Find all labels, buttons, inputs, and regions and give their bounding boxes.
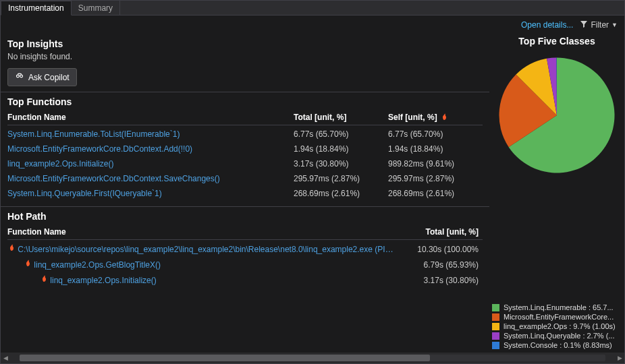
hotpath-function-link[interactable]: C:\Users\mikejo\source\repos\linq_exampl… <box>7 244 395 254</box>
svg-point-0 <box>16 75 19 78</box>
legend-swatch <box>492 332 499 340</box>
copilot-label: Ask Copilot <box>28 73 70 82</box>
col-header-total[interactable]: Total [unit, %] <box>294 113 388 122</box>
tab-instrumentation[interactable]: Instrumentation <box>1 1 72 16</box>
hotpath-function-link[interactable]: linq_example2.Ops.GetBlogTitleX() <box>7 260 395 270</box>
copilot-icon <box>15 71 24 83</box>
insights-text: No insights found. <box>7 52 483 61</box>
hotpath-col-name[interactable]: Function Name <box>7 227 395 237</box>
hotpath-col-total[interactable]: Total [unit, %] <box>395 227 483 237</box>
flame-icon <box>40 275 48 283</box>
open-details-link[interactable]: Open details... <box>521 20 573 30</box>
chevron-down-icon: ▼ <box>612 22 618 28</box>
legend-label: System.Linq.Queryable : 2.7% (... <box>504 332 614 340</box>
self-cell: 295.97ms (2.87%) <box>388 174 483 183</box>
scroll-left-button[interactable]: ◀ <box>1 353 10 363</box>
legend-label: System.Linq.Enumerable : 65.7... <box>504 303 614 311</box>
svg-point-1 <box>20 75 23 78</box>
tab-summary[interactable]: Summary <box>72 1 120 15</box>
function-link[interactable]: System.Linq.Queryable.First(IQueryable`1… <box>7 189 294 198</box>
legend-item[interactable]: System.Linq.Queryable : 2.7% (... <box>492 331 622 340</box>
hotpath-row: linq_example2.Ops.Initialize()3.17s (30.… <box>7 272 483 288</box>
tabs-bar: Instrumentation Summary <box>1 1 624 16</box>
self-cell: 268.69ms (2.61%) <box>388 189 483 198</box>
function-link[interactable]: Microsoft.EntityFrameworkCore.DbContext.… <box>7 174 294 183</box>
hotpath-function-link[interactable]: linq_example2.Ops.Initialize() <box>7 275 395 285</box>
chart-legend: System.Linq.Enumerable : 65.7...Microsof… <box>492 303 622 350</box>
total-cell: 268.69ms (2.61%) <box>294 189 388 198</box>
scroll-thumb[interactable] <box>20 355 430 361</box>
hot-path-title: Hot Path <box>7 211 483 222</box>
filter-icon <box>580 20 588 30</box>
hotpath-row: linq_example2.Ops.GetBlogTitleX()6.79s (… <box>7 257 483 272</box>
ask-copilot-button[interactable]: Ask Copilot <box>7 68 77 86</box>
hot-path-section: Hot Path Function Name Total [unit, %] C… <box>1 207 489 293</box>
function-link[interactable]: linq_example2.Ops.Initialize() <box>7 159 294 169</box>
table-row: System.Linq.Queryable.First(IQueryable`1… <box>7 186 483 201</box>
flame-icon <box>24 260 32 268</box>
hotpath-row: C:\Users\mikejo\source\repos\linq_exampl… <box>7 241 483 257</box>
self-cell: 6.77s (65.70%) <box>388 129 483 139</box>
legend-item[interactable]: System.Console : 0.1% (8.83ms) <box>492 340 622 350</box>
filter-button[interactable]: Filter ▼ <box>580 20 618 30</box>
table-row: linq_example2.Ops.Initialize()3.17s (30.… <box>7 156 483 171</box>
top-functions-title: Top Functions <box>7 96 483 107</box>
legend-item[interactable]: linq_example2.Ops : 9.7% (1.00s) <box>492 322 622 331</box>
self-cell: 989.82ms (9.61%) <box>388 159 483 169</box>
col-header-name[interactable]: Function Name <box>7 113 294 122</box>
col-header-self[interactable]: Self [unit, %] <box>388 113 483 122</box>
total-cell: 6.77s (65.70%) <box>294 129 388 139</box>
legend-swatch <box>492 313 499 321</box>
self-cell: 1.94s (18.84%) <box>388 144 483 154</box>
hotpath-total: 6.79s (65.93%) <box>395 260 483 270</box>
table-row: Microsoft.EntityFrameworkCore.DbContext.… <box>7 142 483 156</box>
legend-item[interactable]: Microsoft.EntityFrameworkCore... <box>492 312 622 322</box>
table-row: System.Linq.Enumerable.ToList(IEnumerabl… <box>7 127 483 142</box>
hotpath-total: 10.30s (100.00% <box>395 245 483 254</box>
chart-title: Top Five Classes <box>518 36 595 47</box>
legend-label: System.Console : 0.1% (8.83ms) <box>504 341 612 349</box>
scroll-right-button[interactable]: ▶ <box>615 353 624 363</box>
legend-item[interactable]: System.Linq.Enumerable : 65.7... <box>492 303 622 312</box>
total-cell: 295.97ms (2.87%) <box>294 174 388 183</box>
table-row: Microsoft.EntityFrameworkCore.DbContext.… <box>7 171 483 186</box>
function-link[interactable]: Microsoft.EntityFrameworkCore.DbContext.… <box>7 144 294 154</box>
top-insights-section: Top Insights No insights found. Ask Copi… <box>1 34 489 92</box>
pie-chart <box>496 55 618 176</box>
legend-label: Microsoft.EntityFrameworkCore... <box>504 313 614 321</box>
legend-swatch <box>492 304 499 311</box>
flame-icon <box>440 113 448 121</box>
top-functions-section: Top Functions Function Name Total [unit,… <box>1 92 489 206</box>
hotpath-total: 3.17s (30.80%) <box>395 276 483 285</box>
legend-swatch <box>492 323 499 330</box>
total-cell: 3.17s (30.80%) <box>294 159 388 169</box>
scroll-track[interactable] <box>20 355 605 361</box>
toolbar: Open details... Filter ▼ <box>1 16 624 34</box>
top-classes-panel: Top Five Classes System.Linq.Enumerable … <box>489 34 624 353</box>
top-insights-title: Top Insights <box>7 38 483 49</box>
horizontal-scrollbar[interactable]: ◀ ▶ <box>1 353 624 363</box>
legend-label: linq_example2.Ops : 9.7% (1.00s) <box>504 322 616 330</box>
legend-swatch <box>492 342 499 349</box>
total-cell: 1.94s (18.84%) <box>294 144 388 154</box>
function-link[interactable]: System.Linq.Enumerable.ToList(IEnumerabl… <box>7 129 294 139</box>
filter-label: Filter <box>591 20 609 30</box>
flame-icon <box>7 244 16 252</box>
